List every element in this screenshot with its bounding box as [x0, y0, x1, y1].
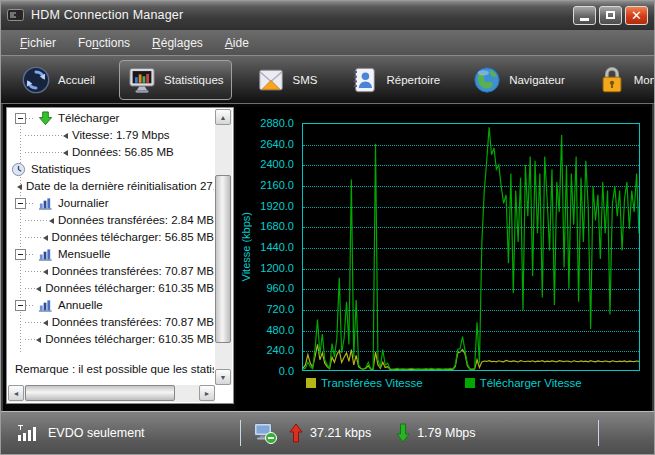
tree-horizontal-scrollbar[interactable]: ◄ ►	[8, 385, 215, 402]
tree-item-label: Données: 56.85 MB	[72, 144, 174, 161]
chart-legend: Transférées VitesseTélécharger Vitesse	[306, 377, 582, 389]
toolbar-button-navigateur[interactable]: Navigateur	[464, 60, 573, 100]
tree-item-label: Journalier	[58, 195, 109, 212]
tree-note: Remarque : il est possible que les stati…	[9, 361, 214, 378]
toolbar-button-sms[interactable]: SMS	[248, 60, 326, 100]
tree-item-label: Données transférées: 70.87 MB	[52, 263, 214, 280]
minimize-button[interactable]	[573, 6, 596, 25]
tree-item[interactable]: Données: 56.85 MB	[9, 144, 214, 161]
statistics-tree: TéléchargerVitesse: 1.79 MbpsDonnées: 56…	[9, 110, 214, 384]
tree-item-label: Données transférées: 70.87 MB	[52, 314, 214, 331]
y-tick-label: 1440.0	[260, 241, 294, 253]
tree-connector	[26, 254, 34, 255]
chart-plot-area	[302, 123, 640, 371]
scroll-left-button[interactable]: ◄	[8, 385, 24, 401]
upload-arrow-icon	[289, 423, 303, 443]
y-tick-label: 480.0	[266, 324, 294, 336]
statusbar-separator-right	[598, 420, 599, 446]
tree-item-label: Mensuelle	[58, 246, 110, 263]
toolbar-button-label: Accueil	[58, 74, 95, 86]
scroll-down-button[interactable]: ▼	[215, 369, 231, 385]
tree-item-label: Données télécharger: 610.35 MB	[45, 280, 214, 297]
tree-expander-minus[interactable]	[15, 113, 26, 124]
home-sync-icon	[21, 65, 51, 95]
tree-item[interactable]: Journalier	[9, 195, 214, 212]
close-button[interactable]: ✕	[625, 6, 648, 25]
menu-item-aide[interactable]: Aide	[216, 33, 258, 53]
content-area: TéléchargerVitesse: 1.79 MbpsDonnées: 56…	[3, 104, 652, 413]
tree-connector	[25, 322, 43, 323]
tree-spacer	[9, 348, 214, 361]
menu-item-rglages[interactable]: Réglages	[143, 33, 212, 53]
gridline	[303, 227, 639, 228]
padlock-icon	[597, 65, 627, 95]
tree-bullet-icon	[43, 269, 48, 275]
upload-speed-value: 37.21 kbps	[310, 426, 371, 440]
tree-expander-minus[interactable]	[15, 249, 26, 260]
horizontal-scroll-thumb[interactable]	[25, 385, 175, 401]
tree-connector	[25, 271, 43, 272]
legend-label: Télécharger Vitesse	[480, 377, 582, 389]
legend-label: Transférées Vitesse	[321, 377, 423, 389]
sms-envelope-icon	[256, 65, 286, 95]
tree-item-label: Données télécharger: 610.35 MB	[45, 331, 214, 348]
tree-item[interactable]: Vitesse: 1.79 Mbps	[9, 127, 214, 144]
tree-item[interactable]: Mensuelle	[9, 246, 214, 263]
tree-expander-minus[interactable]	[15, 198, 26, 209]
close-icon: ✕	[631, 9, 642, 22]
app-icon	[7, 7, 25, 23]
y-tick-label: 240.0	[266, 344, 294, 356]
y-tick-label: 720.0	[266, 303, 294, 315]
tree-item[interactable]: Données transférées: 70.87 MB	[9, 263, 214, 280]
gridline	[303, 207, 639, 208]
scroll-right-button[interactable]: ►	[199, 385, 215, 401]
gridline	[303, 165, 639, 166]
tree-expander-minus[interactable]	[15, 300, 26, 311]
tree-connector	[25, 135, 63, 136]
maximize-button[interactable]	[599, 6, 622, 25]
toolbar-button-statistiques[interactable]: Statistiques	[119, 60, 231, 100]
gridline	[303, 145, 639, 146]
y-tick-label: 2880.0	[260, 117, 294, 129]
tree-item[interactable]: Date de la dernière réinitialisation 27,	[9, 178, 214, 195]
tree-item-label: Télécharger	[58, 110, 119, 127]
tree-item[interactable]: Données transférées: 2.84 MB	[9, 212, 214, 229]
tree-item-label: Données télécharger: 56.85 MB	[52, 229, 214, 246]
menu-item-fonctions[interactable]: Fonctions	[69, 33, 139, 53]
toolbar-button-accueil[interactable]: Accueil	[13, 60, 103, 100]
toolbar-button-label: Navigateur	[509, 74, 565, 86]
menu-item-fichier[interactable]: Fichier	[11, 33, 65, 53]
gridline	[303, 186, 639, 187]
download-arrow-icon	[396, 423, 410, 443]
toolbar-button-label: SMS	[293, 74, 318, 86]
traffic-status: 37.21 kbps 1.79 Mbps	[253, 421, 476, 445]
vertical-scroll-thumb[interactable]	[215, 175, 231, 343]
toolbar-button-label: Statistiques	[164, 74, 223, 86]
tree-connector	[26, 203, 34, 204]
y-tick-label: 1200.0	[260, 262, 294, 274]
y-tick-label: 1920.0	[260, 200, 294, 212]
toolbar-button-label: Mon Compte	[634, 74, 655, 86]
download-speed-value: 1.79 Mbps	[417, 426, 475, 440]
scroll-up-button[interactable]: ▲	[215, 109, 231, 125]
tree-connector	[25, 288, 36, 289]
tree-item[interactable]: Données télécharger: 610.35 MB	[9, 280, 214, 297]
tree-connector	[26, 118, 34, 119]
bar-chart-icon	[38, 247, 54, 263]
tree-item[interactable]: Statistiques	[9, 161, 214, 178]
y-tick-label: 2400.0	[260, 158, 294, 170]
toolbar-button-r-pertoire[interactable]: Répertoire	[341, 60, 448, 100]
toolbar-button-mon-compte[interactable]: Mon Compte	[589, 60, 655, 100]
tree-item[interactable]: Données télécharger: 56.85 MB	[9, 229, 214, 246]
tree-item[interactable]: Données transférées: 70.87 MB	[9, 314, 214, 331]
tree-item[interactable]: Télécharger	[9, 110, 214, 127]
address-book-icon	[349, 65, 379, 95]
tree-vertical-scrollbar[interactable]: ▲ ▼	[215, 109, 232, 385]
tree-bullet-icon	[43, 320, 48, 326]
tree-item-label: Remarque : il est possible que les stati…	[15, 361, 214, 378]
tree-item[interactable]: Annuelle	[9, 297, 214, 314]
gridline	[303, 248, 639, 249]
network-mode-label: EVDO seulement	[48, 426, 145, 440]
tree-item[interactable]: Données télécharger: 610.35 MB	[9, 331, 214, 348]
tree-connector	[25, 220, 49, 221]
